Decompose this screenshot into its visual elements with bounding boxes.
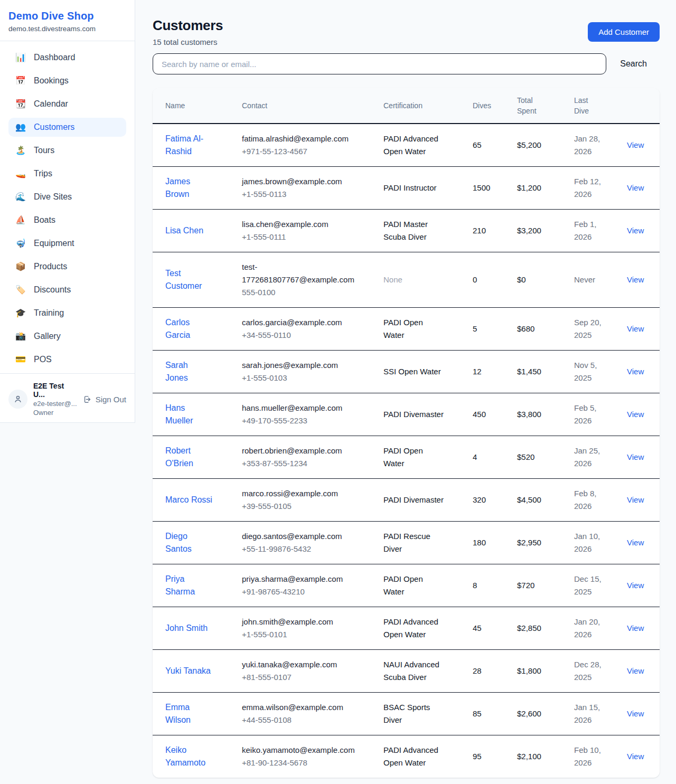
sign-out-button[interactable]: Sign Out bbox=[83, 395, 126, 404]
view-customer-link[interactable]: View bbox=[627, 183, 644, 192]
sidebar-item-label: Products bbox=[34, 262, 67, 271]
total-spent-cell: $1,800 bbox=[517, 656, 574, 686]
view-customer-link[interactable]: View bbox=[627, 709, 644, 718]
customer-phone: +34-555-0110 bbox=[242, 329, 362, 342]
table-row: Emma Wilson emma.wilson@example.com +44-… bbox=[153, 693, 660, 735]
main-content: Customers 15 total customers Add Custome… bbox=[153, 0, 660, 778]
column-header: Contact bbox=[242, 88, 383, 123]
column-header: Certification bbox=[383, 88, 473, 123]
view-customer-link[interactable]: View bbox=[627, 752, 644, 761]
last-dive-cell: Never bbox=[574, 265, 627, 295]
last-dive-cell: Nov 5, 2025 bbox=[574, 351, 627, 393]
certification-cell: PADI Open Water bbox=[383, 308, 473, 350]
sidebar-item-pos[interactable]: 💳 POS bbox=[8, 350, 126, 369]
table-row: Lisa Chen lisa.chen@example.com +1-555-0… bbox=[153, 210, 660, 252]
sidebar-item-discounts[interactable]: 🏷️ Discounts bbox=[8, 280, 126, 299]
view-customer-link[interactable]: View bbox=[627, 581, 644, 590]
graduation-cap-icon: 🎓 bbox=[15, 309, 26, 317]
sidebar-item-dashboard[interactable]: 📊 Dashboard bbox=[8, 48, 126, 67]
credit-card-icon: 💳 bbox=[15, 355, 26, 364]
tear-off-calendar-icon: 📆 bbox=[15, 100, 26, 108]
table-row: Hans Mueller hans.mueller@example.com +4… bbox=[153, 393, 660, 436]
customer-name-link[interactable]: Fatima Al-Rashid bbox=[165, 134, 203, 156]
customer-name-link[interactable]: Lisa Chen bbox=[165, 226, 203, 235]
customer-name-link[interactable]: Keiko Yamamoto bbox=[165, 745, 205, 767]
total-spent-cell: $2,600 bbox=[517, 699, 574, 729]
total-spent-cell: $1,200 bbox=[517, 173, 574, 203]
total-spent-cell: $3,800 bbox=[517, 400, 574, 429]
last-dive-cell: Feb 12, 2026 bbox=[574, 167, 627, 209]
diving-mask-icon: 🤿 bbox=[15, 239, 26, 248]
view-customer-link[interactable]: View bbox=[627, 275, 644, 284]
view-customer-link[interactable]: View bbox=[627, 452, 644, 461]
sidebar-item-tours[interactable]: 🏝️ Tours bbox=[8, 141, 126, 160]
customer-name-link[interactable]: Emma Wilson bbox=[165, 703, 191, 724]
customer-name-link[interactable]: Hans Mueller bbox=[165, 403, 193, 425]
view-customer-link[interactable]: View bbox=[627, 226, 644, 235]
certification-cell: PADI Advanced Open Water bbox=[383, 735, 473, 778]
sidebar-item-label: Tours bbox=[34, 146, 54, 155]
sidebar-item-equipment[interactable]: 🤿 Equipment bbox=[8, 234, 126, 253]
certification-cell: NAUI Advanced Scuba Diver bbox=[383, 650, 473, 692]
dives-cell: 180 bbox=[473, 528, 517, 558]
view-customer-link[interactable]: View bbox=[627, 367, 644, 376]
sidebar-item-label: Gallery bbox=[34, 332, 61, 341]
customer-name-link[interactable]: Carlos Garcia bbox=[165, 318, 190, 339]
certification-cell: PADI Open Water bbox=[383, 436, 473, 478]
customer-email: john.smith@example.com bbox=[242, 616, 362, 628]
customer-name-link[interactable]: Diego Santos bbox=[165, 532, 192, 553]
sidebar-item-trips[interactable]: 🚤 Trips bbox=[8, 164, 126, 183]
customer-name-link[interactable]: Sarah Jones bbox=[165, 361, 188, 382]
view-customer-link[interactable]: View bbox=[627, 666, 644, 675]
view-customer-link[interactable]: View bbox=[627, 538, 644, 547]
dives-cell: 210 bbox=[473, 216, 517, 245]
sidebar-item-customers[interactable]: 👥 Customers bbox=[8, 118, 126, 137]
customer-email: hans.mueller@example.com bbox=[242, 402, 362, 414]
certification-cell: BSAC Sports Diver bbox=[383, 693, 473, 735]
add-customer-button[interactable]: Add Customer bbox=[588, 22, 660, 42]
sidebar-item-bookings[interactable]: 📅 Bookings bbox=[8, 71, 126, 90]
search-input[interactable] bbox=[153, 53, 606, 74]
customer-email: fatima.alrashid@example.com bbox=[242, 133, 362, 145]
certification-cell: PADI Master Scuba Diver bbox=[383, 210, 473, 252]
total-spent-cell: $4,500 bbox=[517, 485, 574, 515]
sidebar: Demo Dive Shop demo.test.divestreams.com… bbox=[0, 0, 135, 423]
table-row: Fatima Al-Rashid fatima.alrashid@example… bbox=[153, 124, 660, 167]
search-row: Search bbox=[153, 53, 660, 74]
view-customer-link[interactable]: View bbox=[627, 495, 644, 504]
dives-cell: 320 bbox=[473, 485, 517, 515]
customer-phone: +39-555-0105 bbox=[242, 500, 362, 513]
customer-name-link[interactable]: Robert O'Brien bbox=[165, 446, 193, 468]
table-row: Test Customer test-1772681807767@example… bbox=[153, 252, 660, 308]
table-row: Carlos Garcia carlos.garcia@example.com … bbox=[153, 308, 660, 351]
customer-name-link[interactable]: Test Customer bbox=[165, 269, 202, 290]
user-name: E2E Test U... bbox=[33, 382, 77, 399]
people-icon: 👥 bbox=[15, 123, 26, 131]
page-title: Customers bbox=[153, 17, 223, 34]
sidebar-item-products[interactable]: 📦 Products bbox=[8, 257, 126, 276]
sidebar-item-calendar[interactable]: 📆 Calendar bbox=[8, 95, 126, 114]
last-dive-cell: Dec 15, 2025 bbox=[574, 564, 627, 607]
wave-icon: 🌊 bbox=[15, 193, 26, 201]
last-dive-cell: Feb 5, 2026 bbox=[574, 393, 627, 436]
sidebar-item-dive-sites[interactable]: 🌊 Dive Sites bbox=[8, 187, 126, 206]
dives-cell: 12 bbox=[473, 357, 517, 386]
last-dive-cell: Dec 28, 2025 bbox=[574, 650, 627, 692]
dives-cell: 45 bbox=[473, 613, 517, 643]
contact-cell: hans.mueller@example.com +49-170-555-223… bbox=[242, 393, 383, 436]
view-customer-link[interactable]: View bbox=[627, 624, 644, 632]
contact-cell: carlos.garcia@example.com +34-555-0110 bbox=[242, 308, 383, 350]
customer-name-link[interactable]: Marco Rossi bbox=[165, 495, 212, 504]
customer-name-link[interactable]: Priya Sharma bbox=[165, 574, 195, 596]
view-customer-link[interactable]: View bbox=[627, 140, 644, 149]
view-customer-link[interactable]: View bbox=[627, 410, 644, 419]
customer-name-link[interactable]: James Brown bbox=[165, 177, 190, 199]
table-row: John Smith john.smith@example.com +1-555… bbox=[153, 607, 660, 650]
sidebar-item-boats[interactable]: ⛵ Boats bbox=[8, 211, 126, 230]
sidebar-item-training[interactable]: 🎓 Training bbox=[8, 304, 126, 323]
sidebar-item-gallery[interactable]: 📸 Gallery bbox=[8, 327, 126, 346]
customer-name-link[interactable]: Yuki Tanaka bbox=[165, 666, 211, 675]
search-button[interactable]: Search bbox=[606, 59, 660, 69]
customer-name-link[interactable]: John Smith bbox=[165, 624, 208, 632]
view-customer-link[interactable]: View bbox=[627, 324, 644, 333]
